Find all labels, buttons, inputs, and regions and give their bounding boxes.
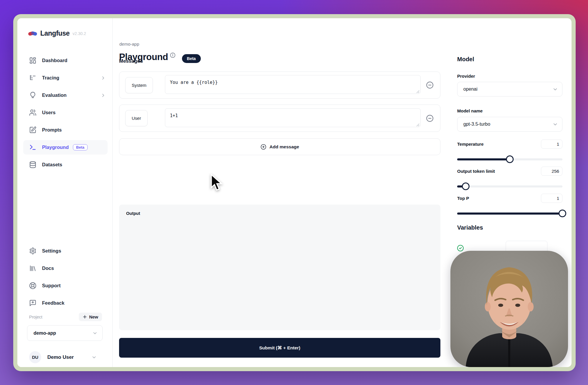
tracing-icon (29, 74, 36, 82)
output-token-limit-label: Output token limit (457, 169, 495, 174)
slider-thumb[interactable] (462, 182, 470, 190)
message-textarea-wrap: 1+1 (165, 108, 421, 128)
sidebar-item-prompts[interactable]: Prompts (17, 121, 112, 139)
messages-heading: Messages (119, 58, 143, 64)
sidebar-item-datasets[interactable]: Datasets (17, 156, 112, 173)
message-row-user: User 1+1 (119, 104, 440, 132)
new-project-label: New (89, 314, 98, 319)
playground-beta-badge: Beta (73, 144, 88, 150)
plus-icon (83, 315, 87, 319)
slider-track (457, 185, 562, 187)
sidebar-item-label: Playground (42, 145, 69, 150)
resize-grip-icon[interactable] (416, 90, 420, 93)
slider-fill (457, 185, 466, 187)
output-label: Output (126, 211, 140, 216)
chevron-right-icon (101, 93, 106, 98)
sidebar-item-label: Dashboard (42, 58, 67, 63)
sidebar-item-label: Datasets (42, 162, 62, 167)
output-token-limit-slider[interactable] (457, 182, 562, 190)
sidebar-item-dashboard[interactable]: Dashboard (17, 52, 112, 69)
gear-icon (29, 247, 36, 255)
project-select-value: demo-app (34, 331, 56, 336)
sidebar-item-users[interactable]: Users (17, 104, 112, 121)
chevron-down-icon (91, 355, 97, 360)
slider-fill (457, 213, 562, 215)
avatar: DU (29, 351, 41, 363)
top-p-slider[interactable] (457, 210, 562, 217)
sidebar-footer-nav: Settings Docs Support Feedback (17, 242, 112, 312)
temperature-input[interactable] (541, 140, 562, 149)
dashboard-icon (29, 57, 36, 64)
lightbulb-icon (29, 92, 36, 99)
logo[interactable]: Langfuse v2.30.2 (28, 29, 86, 37)
webcam-overlay (450, 251, 568, 367)
sidebar-nav: Dashboard Tracing Evaluation Users Promp… (17, 52, 112, 173)
life-buoy-icon (29, 282, 36, 289)
temperature-group: Temperature (457, 140, 562, 163)
sidebar-item-label: Users (42, 110, 56, 115)
role-column: System (125, 77, 165, 93)
provider-select[interactable]: openai (457, 82, 562, 97)
user-name: Demo User (47, 354, 74, 360)
project-row: Project New (29, 313, 102, 321)
sidebar-item-tracing[interactable]: Tracing (17, 69, 112, 87)
remove-message-icon[interactable] (426, 114, 434, 122)
sidebar-item-label: Evaluation (42, 92, 66, 98)
remove-message-icon[interactable] (426, 81, 434, 89)
sidebar-item-label: Feedback (42, 300, 64, 306)
sidebar-item-feedback[interactable]: Feedback (17, 294, 112, 312)
sidebar-item-label: Tracing (42, 75, 59, 81)
provider-value: openai (463, 87, 477, 92)
top-p-input[interactable] (541, 194, 562, 203)
project-label: Project (29, 315, 42, 319)
sidebar-item-label: Docs (42, 265, 54, 271)
message-plus-icon (29, 299, 36, 307)
top-p-group: Top P (457, 194, 562, 217)
system-message-input[interactable]: You are a {{role}} (165, 75, 421, 94)
edit-icon (29, 126, 36, 134)
model-heading: Model (457, 56, 474, 63)
submit-button[interactable]: Submit (⌘ + Enter) (119, 338, 440, 358)
app-version: v2.30.2 (73, 31, 86, 36)
message-row-system: System You are a {{role}} (119, 72, 440, 99)
resize-grip-icon[interactable] (416, 123, 420, 127)
presenter-video (450, 251, 568, 367)
page-beta-badge: Beta (182, 54, 201, 63)
add-message-button[interactable]: Add message (119, 138, 440, 155)
sidebar-item-support[interactable]: Support (17, 277, 112, 294)
slider-fill (457, 158, 510, 160)
message-textarea-wrap: You are a {{role}} (165, 75, 421, 95)
new-project-button[interactable]: New (79, 313, 102, 321)
app-title: Langfuse (40, 29, 70, 37)
users-icon (29, 109, 36, 116)
plus-circle-icon (260, 144, 266, 150)
slider-thumb[interactable] (506, 155, 514, 163)
app-window: Langfuse v2.30.2 Dashboard Tracing Evalu… (13, 14, 576, 371)
role-button-system[interactable]: System (125, 77, 153, 93)
role-button-user[interactable]: User (125, 110, 148, 126)
sidebar-item-label: Settings (42, 248, 61, 254)
info-icon[interactable] (170, 52, 176, 58)
model-name-select[interactable]: gpt-3.5-turbo (457, 117, 562, 132)
output-panel: Output (119, 205, 440, 330)
sidebar-item-label: Support (42, 283, 61, 288)
sidebar-item-playground[interactable]: Playground Beta (17, 139, 112, 156)
langfuse-logo-icon (28, 30, 37, 37)
library-icon (29, 265, 36, 272)
sidebar-item-settings[interactable]: Settings (17, 242, 112, 260)
breadcrumb[interactable]: demo-app (119, 42, 139, 47)
sidebar-item-evaluation[interactable]: Evaluation (17, 87, 112, 104)
output-token-limit-input[interactable] (541, 167, 562, 176)
slider-thumb[interactable] (559, 210, 566, 217)
user-menu[interactable]: DU Demo User (29, 351, 97, 363)
database-icon (29, 161, 36, 168)
variables-heading: Variables (457, 224, 483, 231)
sidebar-item-docs[interactable]: Docs (17, 260, 112, 277)
temperature-slider[interactable] (457, 155, 562, 163)
user-message-input[interactable]: 1+1 (165, 108, 421, 127)
add-message-label: Add message (270, 144, 299, 150)
app-surface: Langfuse v2.30.2 Dashboard Tracing Evalu… (17, 18, 572, 367)
chevron-down-icon (92, 331, 98, 336)
project-select[interactable]: demo-app (27, 325, 103, 341)
chevron-right-icon (101, 75, 106, 81)
